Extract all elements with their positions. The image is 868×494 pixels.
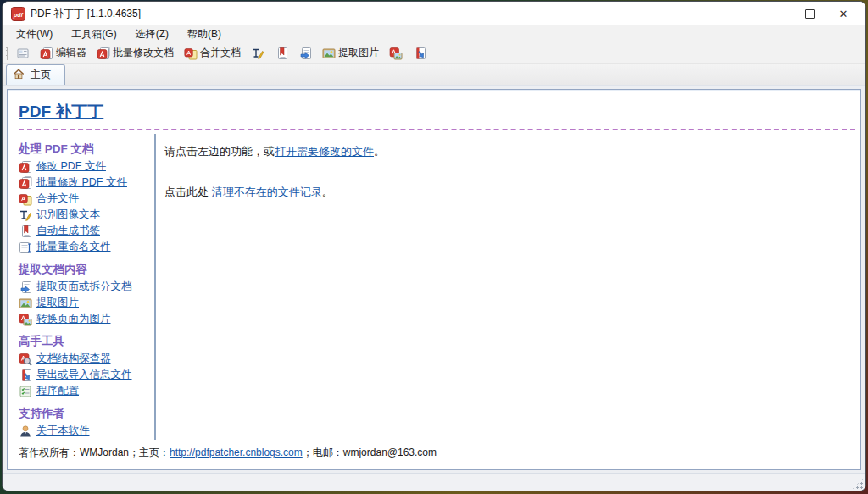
window-controls: ✕ [759, 3, 860, 25]
menu-file[interactable]: 文件(W) [9, 25, 59, 43]
maximize-button[interactable] [793, 3, 826, 25]
sidebar-item-page-to-image-link[interactable]: 转换页面为图片 [36, 312, 111, 326]
sidebar-item-page-to-image[interactable]: 转换页面为图片 [19, 312, 147, 326]
sidebar-item-batch-modify[interactable]: 批量修改 PDF 文件 [19, 175, 147, 190]
export-info-icon [413, 47, 426, 60]
sidebar-item-ocr[interactable]: 识别图像文本 [19, 208, 147, 222]
home-panel: PDF 补丁丁 处理 PDF 文档修改 PDF 文件批量修改 PDF 文件合并文… [7, 89, 861, 470]
hint-line-2-period: 。 [322, 186, 333, 198]
toolbar-extract-image-button-label: 提取图片 [338, 46, 379, 60]
page-title: PDF 补丁丁 [19, 101, 860, 123]
extract-image-icon [322, 47, 336, 60]
status-bar [3, 473, 865, 491]
sidebar-item-about[interactable]: 关于本软件 [19, 424, 147, 438]
toolbar-ocr-button[interactable] [247, 44, 269, 63]
hint-line-1: 请点击左边的功能，或打开需要修改的文件。 [164, 144, 860, 159]
page-to-image-icon [389, 47, 403, 60]
window-title: PDF 补丁丁 [1.1.0.4635] [31, 7, 141, 21]
toolbar-bookmark-button[interactable] [270, 44, 292, 63]
sidebar-item-edit-pdf-link[interactable]: 修改 PDF 文件 [36, 159, 106, 174]
sidebar-item-merge-files[interactable]: 合并文件 [19, 191, 147, 206]
toolbar-extract-page-button[interactable] [294, 44, 316, 63]
toolbar-grip[interactable] [6, 47, 8, 60]
sidebar-item-app-config-link[interactable]: 程序配置 [36, 384, 79, 398]
sidebar-item-auto-bookmark-link[interactable]: 自动生成书签 [36, 224, 100, 238]
menubar: 文件(W)工具箱(G)选择(Z)帮助(B) [3, 25, 865, 43]
pdf-file-icon [19, 160, 32, 174]
minimize-button[interactable] [759, 3, 793, 25]
bookmark-icon [19, 225, 32, 238]
sidebar-item-extract-pages-link[interactable]: 提取页面或拆分文档 [36, 280, 132, 294]
sidebar-item-batch-rename-link[interactable]: 批量重命名文件 [36, 240, 111, 254]
toolbar: 编辑器批量修改文档合并文档提取图片 [3, 43, 865, 64]
sidebar-item-merge-files-link[interactable]: 合并文件 [36, 191, 79, 206]
sidebar-item-about-link[interactable]: 关于本软件 [36, 424, 90, 438]
tab-home-label: 主页 [31, 68, 51, 82]
minimize-icon [771, 14, 781, 14]
sidebar-item-batch-rename[interactable]: 批量重命名文件 [19, 240, 147, 254]
toolbar-page-to-image-button[interactable] [385, 44, 407, 63]
tab-home[interactable]: 主页 [6, 64, 65, 85]
menu-select[interactable]: 选择(Z) [129, 25, 175, 43]
toolbar-editor-small-button[interactable] [12, 44, 34, 63]
toolbar-export-info-button[interactable] [409, 44, 431, 63]
config-icon [19, 385, 32, 398]
main-message-area: 请点击左边的功能，或打开需要修改的文件。 点击此处 清理不存在的文件记录。 [154, 134, 860, 440]
app-window: pdf PDF 补丁丁 [1.1.0.4635] ✕ 文件(W)工具箱(G)选择… [2, 1, 866, 491]
pdf-batch-icon [97, 47, 110, 60]
section-expert-tools-title: 高手工具 [19, 334, 147, 349]
menu-toolbox[interactable]: 工具箱(G) [64, 25, 123, 43]
export-info-icon [19, 369, 32, 382]
sidebar-item-structure-inspector[interactable]: 文档结构探查器 [19, 352, 147, 366]
sidebar-item-batch-modify-link[interactable]: 批量修改 PDF 文件 [36, 175, 127, 190]
rename-icon [19, 241, 32, 254]
ocr-icon [19, 208, 32, 222]
homepage-link[interactable]: http://pdfpatcher.cnblogs.com [170, 447, 303, 458]
maximize-icon [805, 9, 815, 19]
section-support-author-title: 支持作者 [19, 406, 147, 421]
sidebar-item-ocr-link[interactable]: 识别图像文本 [36, 208, 100, 222]
copyright-middle-text: ；电邮： [303, 447, 343, 458]
pdf-file-icon [40, 47, 53, 60]
resize-grip-icon[interactable] [852, 478, 864, 490]
hint-line-1-period: 。 [374, 145, 385, 158]
menu-help[interactable]: 帮助(B) [181, 25, 228, 43]
open-file-link[interactable]: 打开需要修改的文件 [275, 145, 374, 158]
sidebar-item-extract-images[interactable]: 提取图片 [19, 296, 147, 310]
sidebar-item-structure-inspector-link[interactable]: 文档结构探查器 [36, 352, 111, 366]
clean-history-link[interactable]: 清理不存在的文件记录 [212, 186, 322, 198]
svg-text:pdf: pdf [13, 11, 24, 18]
toolbar-extract-image-button[interactable]: 提取图片 [318, 43, 383, 63]
toolbar-batch-modify-button-label: 批量修改文档 [113, 46, 174, 60]
extract-image-icon [19, 297, 32, 310]
about-person-icon [19, 425, 32, 438]
tab-strip: 主页 [3, 64, 865, 86]
section-process-pdf-title: 处理 PDF 文档 [19, 142, 147, 157]
hint-line-2: 点击此处 清理不存在的文件记录。 [164, 185, 860, 200]
extract-page-icon [19, 280, 32, 294]
sidebar-item-extract-images-link[interactable]: 提取图片 [36, 296, 79, 310]
toolbar-batch-modify-button[interactable]: 批量修改文档 [92, 43, 178, 63]
toolbar-merge-button[interactable]: 合并文档 [180, 43, 245, 63]
sidebar-item-edit-pdf[interactable]: 修改 PDF 文件 [19, 159, 147, 174]
ocr-icon [251, 47, 264, 60]
toolbar-editor-button[interactable]: 编辑器 [36, 43, 91, 63]
sidebar-item-export-import-info[interactable]: 导出或导入信息文件 [19, 368, 147, 382]
sidebar-item-export-import-info-link[interactable]: 导出或导入信息文件 [36, 368, 132, 382]
copyright-line: 著作权所有：WMJordan；主页：http://pdfpatcher.cnbl… [19, 446, 860, 460]
extract-page-icon [298, 47, 312, 60]
email-text: wmjordan@163.com [343, 447, 437, 458]
page-to-image-icon [19, 313, 32, 326]
sidebar-item-extract-pages[interactable]: 提取页面或拆分文档 [19, 280, 147, 294]
function-sidebar: 处理 PDF 文档修改 PDF 文件批量修改 PDF 文件合并文件识别图像文本自… [19, 134, 154, 440]
close-icon: ✕ [839, 8, 849, 19]
sidebar-item-app-config[interactable]: 程序配置 [19, 384, 147, 398]
toolbar-merge-button-label: 合并文档 [200, 46, 241, 60]
home-icon [13, 68, 26, 81]
titlebar: pdf PDF 补丁丁 [1.1.0.4635] ✕ [3, 2, 865, 25]
sidebar-item-auto-bookmark[interactable]: 自动生成书签 [19, 224, 147, 238]
inspector-icon [19, 352, 32, 366]
close-button[interactable]: ✕ [826, 3, 860, 25]
hint-line-2-text: 点击此处 [164, 186, 212, 198]
pdf-batch-icon [19, 176, 32, 190]
